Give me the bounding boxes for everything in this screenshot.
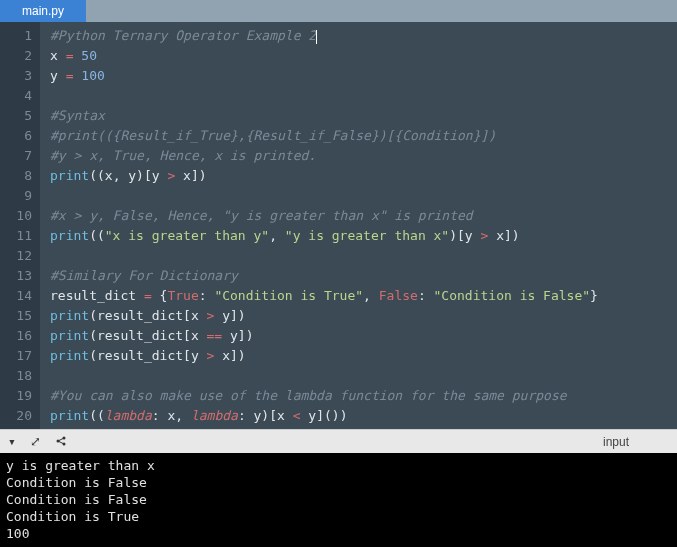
code-line[interactable]: #Python Ternary Operator Example 2 — [50, 26, 677, 46]
line-number: 16 — [0, 326, 32, 346]
code-line[interactable]: x = 50 — [50, 46, 677, 66]
code-line[interactable] — [50, 246, 677, 266]
line-number: 17 — [0, 346, 32, 366]
console-output: y is greater than x Condition is False C… — [0, 453, 677, 547]
share-icon[interactable] — [55, 435, 67, 449]
tab-bar: main.py — [0, 0, 677, 22]
line-number: 15 — [0, 306, 32, 326]
code-line[interactable]: #You can also make use of the lambda fun… — [50, 386, 677, 406]
code-line[interactable]: print(result_dict[y > x]) — [50, 346, 677, 366]
line-number: 2 — [0, 46, 32, 66]
line-number: 18 — [0, 366, 32, 386]
svg-line-3 — [58, 438, 64, 441]
code-line[interactable]: #Syntax — [50, 106, 677, 126]
input-label: input — [603, 435, 629, 449]
line-number: 12 — [0, 246, 32, 266]
caret-down-icon[interactable]: ▾ — [8, 435, 16, 448]
code-line[interactable]: print((lambda: x, lambda: y)[x < y]()) — [50, 406, 677, 426]
text-cursor — [316, 30, 317, 44]
code-line[interactable]: y = 100 — [50, 66, 677, 86]
editor: 1234567891011121314151617181920 #Python … — [0, 22, 677, 429]
code-line[interactable]: print((x, y)[y > x]) — [50, 166, 677, 186]
line-gutter: 1234567891011121314151617181920 — [0, 22, 40, 429]
code-line[interactable] — [50, 366, 677, 386]
expand-icon[interactable]: ⤢ — [30, 435, 41, 448]
code-line[interactable]: #x > y, False, Hence, "y is greater than… — [50, 206, 677, 226]
line-number: 3 — [0, 66, 32, 86]
line-number: 20 — [0, 406, 32, 426]
code-line[interactable] — [50, 186, 677, 206]
tab-main-py[interactable]: main.py — [0, 0, 86, 22]
code-line[interactable]: #y > x, True, Hence, x is printed. — [50, 146, 677, 166]
console-toolbar: ▾ ⤢ input — [0, 429, 677, 453]
code-line[interactable]: print(result_dict[x > y]) — [50, 306, 677, 326]
line-number: 19 — [0, 386, 32, 406]
line-number: 11 — [0, 226, 32, 246]
line-number: 5 — [0, 106, 32, 126]
line-number: 1 — [0, 26, 32, 46]
code-line[interactable] — [50, 86, 677, 106]
line-number: 14 — [0, 286, 32, 306]
code-line[interactable]: #Similary For Dictionary — [50, 266, 677, 286]
code-line[interactable]: #print(({Result_if_True},{Result_if_Fals… — [50, 126, 677, 146]
code-line[interactable]: print(result_dict[x == y]) — [50, 326, 677, 346]
code-line[interactable]: result_dict = {True: "Condition is True"… — [50, 286, 677, 306]
line-number: 8 — [0, 166, 32, 186]
code-line[interactable]: print(("x is greater than y", "y is grea… — [50, 226, 677, 246]
line-number: 6 — [0, 126, 32, 146]
line-number: 10 — [0, 206, 32, 226]
line-number: 9 — [0, 186, 32, 206]
svg-line-4 — [58, 441, 64, 444]
line-number: 7 — [0, 146, 32, 166]
tab-label: main.py — [22, 4, 64, 18]
code-area[interactable]: #Python Ternary Operator Example 2x = 50… — [40, 22, 677, 429]
line-number: 4 — [0, 86, 32, 106]
line-number: 13 — [0, 266, 32, 286]
